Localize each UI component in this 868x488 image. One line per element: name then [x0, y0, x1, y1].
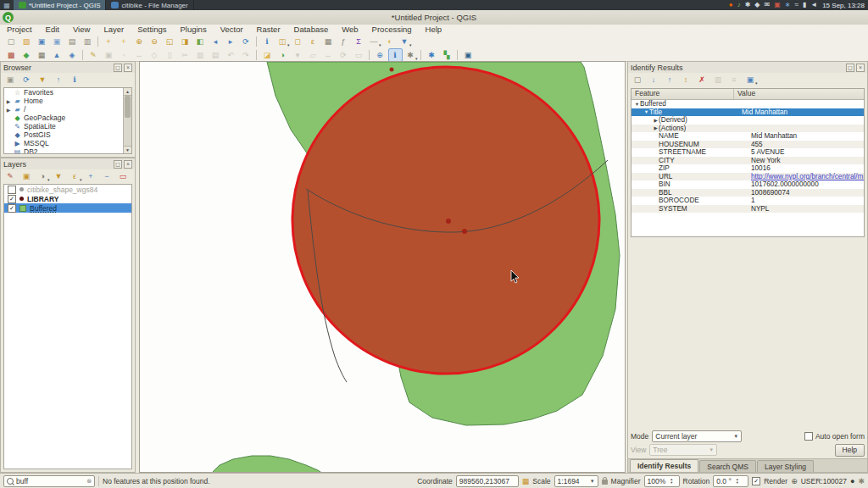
deselect-features-button[interactable]: ◻ [291, 35, 305, 48]
identify-table-header[interactable]: Feature Value [632, 89, 864, 100]
layer-visibility-checkbox[interactable] [8, 186, 16, 194]
scroll-thumb[interactable] [125, 96, 131, 118]
column-value[interactable]: Value [734, 89, 864, 99]
crs-value[interactable]: USER:100027 [801, 477, 847, 485]
scroll-down-icon[interactable]: ▼ [124, 146, 131, 153]
library-point[interactable] [462, 229, 467, 234]
zoom-to-layer-button[interactable]: ◧ [193, 35, 208, 48]
notifications-icon[interactable]: ◆ [754, 0, 760, 10]
menu-plugins[interactable]: Plugins [173, 25, 213, 35]
zoom-in-secondary-button[interactable]: ⊕ [373, 48, 387, 62]
filter-legend-button[interactable]: ▼ [52, 169, 66, 183]
expander-icon[interactable]: ▶ [6, 107, 11, 113]
value-link[interactable]: http://www.nypl.org/branch/central/mml/ [751, 173, 864, 180]
identify-row[interactable]: ▶(Actions) [632, 125, 864, 133]
menu-project[interactable]: Project [0, 25, 39, 35]
datasource-manager-button[interactable]: ▩ [4, 48, 19, 62]
tab-search-qms[interactable]: Search QMS [699, 460, 756, 472]
volume-icon[interactable]: ◄ [810, 0, 817, 10]
library-point[interactable] [446, 219, 451, 224]
scale-select[interactable]: 1:1694 ▼ [554, 475, 598, 487]
identify-row[interactable]: BBL1008690074 [632, 189, 864, 197]
identify-row[interactable]: SYSTEMNYPL [632, 205, 864, 214]
expander-icon[interactable]: ▶ [653, 125, 659, 130]
browser-scrollbar[interactable]: ▲ ▼ [123, 88, 131, 153]
expander-icon[interactable]: ▶ [6, 98, 11, 104]
menu-web[interactable]: Web [335, 25, 364, 35]
rotation-input[interactable]: 0.0 ° ▲▼ [713, 475, 748, 487]
tab-layer-styling[interactable]: Layer Styling [757, 460, 814, 472]
screen-recorder-icon[interactable]: ▣ [774, 0, 781, 10]
layer-row[interactable]: ✓LIBRARY [4, 194, 131, 203]
browser-item-geopackage[interactable]: ◆GeoPackage [4, 114, 131, 122]
add-vector-layer-button[interactable]: ◆ [19, 48, 34, 62]
pan-map-button[interactable]: + [102, 35, 116, 48]
refresh-map-button[interactable]: ⟳ [239, 35, 253, 48]
identify-mode-menu-button[interactable]: ▣▾ [743, 73, 758, 86]
map-tips-button[interactable]: ◖ [382, 35, 397, 48]
expander-icon[interactable]: ▼ [634, 102, 640, 107]
manage-map-themes-button[interactable]: ◑▾ [36, 169, 50, 183]
magnifier-input[interactable]: 100% ▲▼ [644, 475, 680, 487]
menu-settings[interactable]: Settings [131, 25, 173, 35]
browser-panel-header[interactable]: Browser ◻ × [1, 62, 135, 73]
locator-search-input[interactable]: buff ⊗ [3, 475, 95, 487]
column-feature[interactable]: Feature [632, 89, 734, 99]
bluetooth-icon[interactable]: ∗ [785, 0, 791, 10]
scroll-up-icon[interactable]: ▲ [124, 88, 131, 96]
map-canvas[interactable] [139, 61, 626, 473]
browser-item-spatialite[interactable]: ✎SpatiaLite [4, 122, 131, 130]
save-project-button[interactable]: ▣ [35, 35, 49, 48]
auto-open-form-checkbox[interactable] [804, 432, 813, 441]
zoom-next-button[interactable]: ▸ [224, 35, 238, 48]
layer-labeling-button[interactable]: ◪ [260, 48, 275, 62]
menu-database[interactable]: Database [287, 25, 336, 35]
identify-row[interactable]: STREETNAME5 AVENUE [632, 148, 864, 157]
new-print-layout-button[interactable]: ▤ [65, 35, 80, 48]
zoom-last-button[interactable]: ◂ [209, 35, 223, 48]
layer-visibility-checkbox[interactable]: ✓ [8, 195, 16, 203]
identify-form-view-button[interactable]: ▢ [631, 73, 645, 86]
clear-results-button[interactable]: ✗ [695, 73, 709, 86]
messages-icon[interactable]: ● [850, 477, 854, 485]
tab-identify-results[interactable]: Identify Results [630, 459, 698, 472]
taskbar-task[interactable]: citibike - File Manager [106, 0, 193, 10]
browser-item-mssql[interactable]: ▶MSSQL [4, 139, 131, 147]
add-raster-layer-button[interactable]: ▦ [35, 48, 49, 62]
remove-layer-button[interactable]: ▭ [116, 169, 131, 183]
spinner-arrows-icon[interactable]: ▲▼ [736, 478, 739, 485]
battery-icon[interactable]: ▮ [803, 0, 806, 10]
collapse-tree-button[interactable]: ↑ [663, 73, 677, 86]
identify-panel-header[interactable]: Identify Results ◻ × [628, 62, 867, 73]
spinner-arrows-icon[interactable]: ▲▼ [670, 478, 673, 485]
show-properties-button[interactable]: ℹ [68, 73, 82, 86]
run-feature-action-button[interactable]: ✱▾ [403, 48, 418, 62]
close-panel-icon[interactable]: × [856, 64, 865, 72]
add-group-button[interactable]: ▣ [19, 169, 34, 183]
render-checkbox[interactable]: ✓ [752, 477, 760, 485]
identify-row[interactable]: URLhttp://www.nypl.org/branch/central/mm… [632, 173, 864, 181]
collapse-all-button[interactable]: ↑ [52, 73, 66, 86]
taskbar-task[interactable]: *Untitled Project - QGIS [14, 0, 106, 10]
measure-button[interactable]: —▾ [367, 35, 381, 48]
open-project-button[interactable]: ▨ [19, 35, 34, 48]
show-bookmarks-button[interactable]: ▼▾ [398, 35, 412, 48]
identify-row[interactable]: NAMEMid Manhattan [632, 132, 864, 141]
browser-item-[interactable]: ▶▰/ [4, 105, 131, 114]
lock-scale-icon[interactable] [602, 480, 608, 485]
zoom-in-button[interactable]: ⊕ [132, 35, 147, 48]
zoom-out-button[interactable]: ⊖ [147, 35, 162, 48]
layer-row[interactable]: ✓Buffered [4, 203, 131, 213]
selected-buffer-highlight[interactable] [292, 67, 599, 374]
audio-player-icon[interactable]: ♪ [737, 0, 741, 10]
zoom-full-extent-button[interactable]: ◱ [163, 35, 177, 48]
select-by-expression-button[interactable]: ε [306, 35, 320, 48]
float-panel-icon[interactable]: ◻ [846, 64, 854, 72]
python-console-button[interactable]: ▚ [440, 48, 454, 62]
expander-icon[interactable]: ▶ [653, 118, 659, 123]
open-attribute-table-button[interactable]: ▦ [321, 35, 336, 48]
processing-toolbox-button[interactable]: ✱ [425, 48, 439, 62]
save-project-as-button[interactable]: ▣ [50, 35, 64, 48]
open-layer-styling-button[interactable]: ✎ [3, 169, 18, 183]
menu-vector[interactable]: Vector [214, 25, 250, 35]
